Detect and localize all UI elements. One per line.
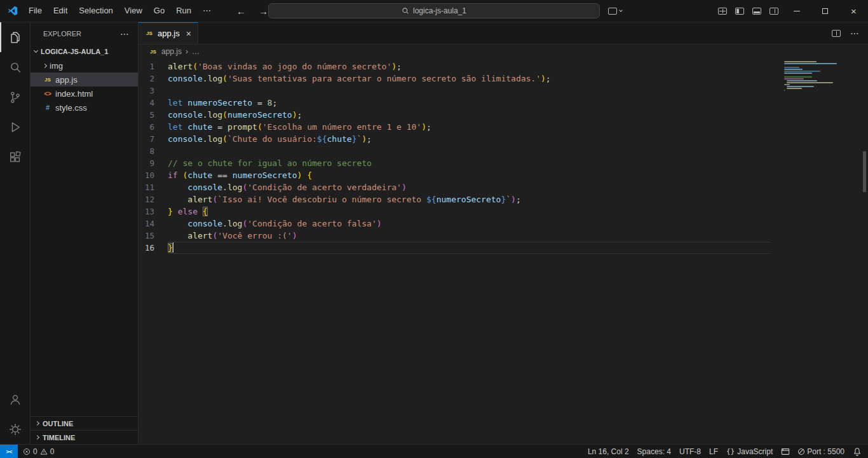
explorer-title: EXPLORER — [43, 30, 81, 38]
code-text[interactable] — [168, 145, 770, 157]
status-language-mode[interactable]: {} JavaScript — [726, 447, 773, 456]
explorer-icon[interactable] — [0, 22, 31, 52]
file-item-index-html[interactable]: <>index.html — [31, 87, 138, 101]
editor-more-actions-icon[interactable]: ⋯ — [850, 28, 859, 38]
code-text[interactable]: alert('Boas vindas ao jogo do número sec… — [168, 60, 770, 73]
code-line-7[interactable]: 7console.log(`Chute do usuário:${chute}`… — [139, 133, 868, 145]
close-button[interactable]: × — [839, 0, 868, 22]
line-number: 3 — [139, 85, 168, 97]
code-line-16[interactable]: 16} — [139, 242, 868, 254]
status-cursor-position[interactable]: Ln 16, Col 2 — [588, 447, 629, 456]
minimize-button[interactable] — [782, 0, 811, 22]
settings-gear-icon[interactable] — [0, 414, 31, 444]
menu-more[interactable]: ⋯ — [197, 0, 217, 22]
code-line-10[interactable]: 10if (chute == numeroSecreto) { — [139, 169, 868, 181]
status-notifications[interactable] — [853, 447, 862, 456]
line-number: 14 — [139, 218, 168, 230]
code-text[interactable]: let chute = prompt('Escolha um número en… — [168, 121, 770, 133]
code-line-8[interactable]: 8 — [139, 145, 868, 157]
code-line-13[interactable]: 13} else { — [139, 205, 868, 218]
file-item-img[interactable]: img — [31, 59, 138, 73]
status-indentation[interactable]: Spaces: 4 — [637, 447, 671, 456]
problems-indicator[interactable]: 0 0 — [18, 447, 59, 456]
extensions-icon[interactable] — [0, 142, 31, 172]
code-line-6[interactable]: 6let chute = prompt('Escolha um número e… — [139, 121, 868, 133]
code-line-5[interactable]: 5console.log(numeroSecreto); — [139, 109, 868, 121]
back-arrow-icon[interactable]: ← — [236, 6, 246, 17]
toggle-secondary-sidebar-icon[interactable] — [765, 0, 782, 22]
breadcrumb-file[interactable]: app.js — [161, 47, 182, 56]
code-line-3[interactable]: 3 — [139, 85, 868, 97]
status-browser-preview[interactable] — [781, 447, 790, 456]
account-icon[interactable] — [0, 384, 31, 414]
forward-arrow-icon[interactable]: → — [259, 6, 268, 17]
file-item-app-js[interactable]: JSapp.js — [31, 73, 138, 87]
minimap[interactable] — [784, 61, 845, 92]
maximize-button[interactable] — [811, 0, 839, 22]
file-item-style-css[interactable]: #style.css — [31, 101, 138, 114]
status-eol[interactable]: LF — [709, 447, 718, 456]
code-text[interactable]: console.log(numeroSecreto); — [168, 109, 770, 121]
code-text[interactable]: alert(`Isso ai! Você descobriu o número … — [168, 193, 770, 205]
code-line-1[interactable]: 1alert('Boas vindas ao jogo do número se… — [139, 60, 868, 73]
code-text[interactable]: } — [168, 242, 770, 254]
toggle-primary-sidebar-icon[interactable] — [731, 0, 748, 22]
vscode-logo-icon[interactable] — [8, 6, 18, 16]
file-tree: imgJSapp.js<>index.html#style.css — [31, 59, 138, 114]
code-line-4[interactable]: 4let numeroSecreto = 8; — [139, 97, 868, 109]
code-line-12[interactable]: 12 alert(`Isso ai! Você descobriu o núme… — [139, 193, 868, 205]
status-live-server-port[interactable]: Port : 5500 — [798, 447, 844, 456]
line-number: 5 — [139, 109, 168, 121]
tab-appjs[interactable]: JS app.js × — [139, 22, 198, 44]
close-tab-icon[interactable]: × — [186, 29, 191, 39]
code-line-14[interactable]: 14 console.log('Condição de acerto falsa… — [139, 218, 868, 230]
source-control-icon[interactable] — [0, 82, 31, 112]
menu-view[interactable]: View — [119, 0, 148, 22]
breadcrumb-separator: › — [186, 47, 188, 56]
code-text[interactable]: console.log(`Chute do usuário:${chute}`)… — [168, 133, 770, 145]
menu-selection[interactable]: Selection — [73, 0, 118, 22]
code-text[interactable]: alert('Você errou :(') — [168, 230, 770, 242]
js-file-icon: JS — [145, 31, 154, 36]
menu-edit[interactable]: Edit — [48, 0, 73, 22]
search-icon[interactable] — [0, 52, 31, 82]
breadcrumb[interactable]: JS app.js › … — [139, 45, 868, 59]
outline-panel-header[interactable]: OUTLINE — [31, 416, 138, 430]
code-line-15[interactable]: 15 alert('Você errou :(') — [139, 230, 868, 242]
code-line-9[interactable]: 9// se o chute for igual ao número secre… — [139, 157, 868, 169]
menu-go[interactable]: Go — [148, 0, 170, 22]
editor-pane[interactable]: 1alert('Boas vindas ao jogo do número se… — [139, 59, 868, 444]
file-label: index.html — [55, 89, 93, 99]
code-text[interactable]: // se o chute for igual ao número secret… — [168, 157, 770, 169]
file-label: img — [50, 61, 63, 71]
code-text[interactable]: } else { — [168, 205, 770, 218]
line-number: 2 — [139, 73, 168, 85]
code-text[interactable]: if (chute == numeroSecreto) { — [168, 169, 770, 181]
panel-layout-dropdown[interactable] — [608, 0, 622, 22]
customize-layout-icon[interactable] — [714, 0, 731, 22]
run-debug-icon[interactable] — [0, 112, 31, 142]
code-line-2[interactable]: 2console.log('Suas tentativas para acert… — [139, 73, 868, 85]
code-text[interactable] — [168, 85, 770, 97]
status-encoding[interactable]: UTF-8 — [679, 447, 701, 456]
breadcrumb-symbol[interactable]: … — [192, 47, 200, 56]
timeline-panel-header[interactable]: TIMELINE — [31, 430, 138, 444]
chevron-down-icon — [619, 8, 623, 12]
code-line-11[interactable]: 11 console.log('Condição de acerto verda… — [139, 181, 868, 193]
minimap-line — [784, 76, 812, 78]
menu-run[interactable]: Run — [170, 0, 197, 22]
scrollbar-thumb[interactable] — [863, 151, 866, 192]
circle-slash-icon — [798, 448, 804, 455]
code-text[interactable]: console.log('Condição de acerto falsa') — [168, 218, 770, 230]
remote-indicator[interactable]: >< — [0, 445, 18, 458]
code-text[interactable]: console.log('Suas tentativas para acerta… — [168, 73, 770, 85]
split-editor-icon[interactable] — [832, 30, 841, 37]
toggle-panel-icon[interactable] — [748, 0, 765, 22]
menu-file[interactable]: File — [23, 0, 48, 22]
command-center-search[interactable]: logica-js-aula_1 — [268, 3, 600, 18]
explorer-more-actions-icon[interactable]: ⋯ — [120, 29, 129, 39]
code-text[interactable]: console.log('Condição de acerto verdadei… — [168, 181, 770, 193]
workspace-root-folder[interactable]: LOGICA-JS-AULA_1 — [31, 45, 138, 59]
code-text[interactable]: let numeroSecreto = 8; — [168, 97, 770, 109]
line-number: 6 — [139, 121, 168, 133]
